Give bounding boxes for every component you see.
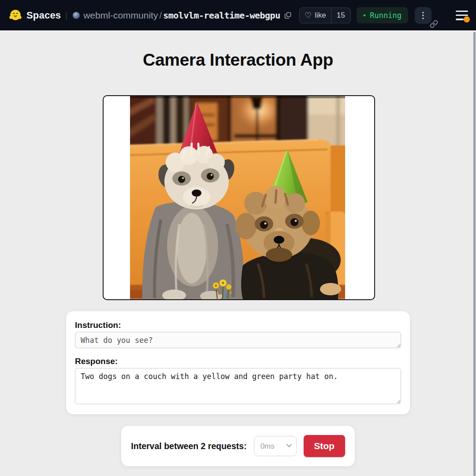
menu-button[interactable] — [456, 11, 468, 20]
brand: Spaces — [9, 9, 61, 22]
response-label: Response: — [75, 357, 118, 366]
link-icon[interactable] — [430, 20, 438, 28]
breadcrumb-org-link[interactable]: webml-community — [83, 10, 158, 21]
more-options-button[interactable]: ⋮ — [415, 7, 431, 24]
hugging-face-logo-icon[interactable] — [9, 9, 22, 22]
stop-button[interactable]: Stop — [304, 435, 345, 457]
instruction-label: Instruction: — [75, 320, 121, 330]
like-count[interactable]: 15 — [331, 8, 350, 23]
page-title: Camera Interaction App — [0, 50, 476, 70]
controls-panel: Interval between 2 requests: 0ms Stop — [121, 426, 355, 466]
camera-video-frame — [103, 95, 375, 300]
hamburger-icon — [456, 11, 468, 12]
interval-select[interactable]: 0ms — [254, 436, 297, 456]
like-button[interactable]: ♡ like 15 — [299, 7, 351, 23]
top-navbar: Spaces | webml-community / smolvlm-realt… — [0, 0, 476, 31]
breadcrumb: webml-community / smolvlm-realtime-webgp… — [73, 10, 291, 21]
spaces-label[interactable]: Spaces — [26, 10, 61, 21]
instruction-input[interactable]: What do you see? — [75, 332, 401, 348]
status-dot-icon: ● — [363, 13, 366, 18]
heart-icon: ♡ — [305, 11, 312, 19]
org-avatar[interactable] — [73, 12, 80, 19]
breadcrumb-slash: / — [159, 10, 162, 21]
camera-feed-image — [130, 96, 345, 299]
copy-space-name-button[interactable] — [284, 12, 291, 19]
response-output[interactable]: Two dogs on a couch with a yellow and gr… — [75, 368, 401, 404]
breadcrumb-separator: | — [65, 11, 67, 20]
breadcrumb-space-link[interactable]: smolvlm-realtime-webgpu — [163, 10, 280, 21]
kebab-icon: ⋮ — [419, 11, 428, 19]
copy-icon — [284, 12, 291, 19]
io-panel: Instruction: What do you see? Response: … — [66, 311, 410, 414]
status-label: Running — [370, 11, 402, 20]
like-label: like — [315, 11, 326, 20]
page-scrollbar[interactable] — [473, 32, 476, 476]
notification-dot — [464, 16, 470, 22]
header-actions: ♡ like 15 ● Running ⋮ — [299, 7, 468, 24]
status-badge[interactable]: ● Running — [357, 7, 408, 23]
interval-label: Interval between 2 requests: — [131, 441, 246, 451]
